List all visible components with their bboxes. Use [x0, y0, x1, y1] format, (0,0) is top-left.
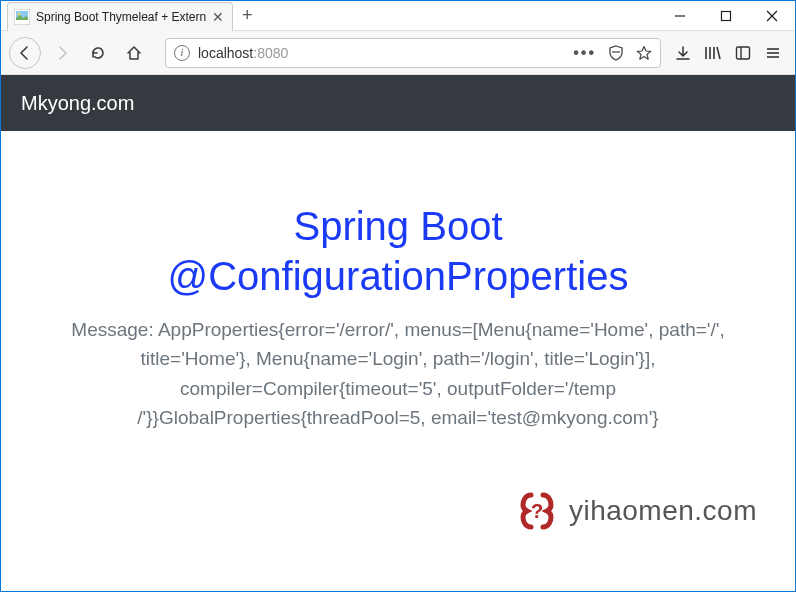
page-title: Spring Boot @ConfigurationProperties: [41, 201, 755, 301]
forward-button[interactable]: [47, 38, 77, 68]
library-icon[interactable]: [703, 43, 723, 63]
reload-button[interactable]: [83, 38, 113, 68]
svg-rect-13: [737, 47, 750, 59]
back-button[interactable]: [9, 37, 41, 69]
url-host: localhost: [198, 45, 253, 61]
watermark-logo-icon: ?: [515, 489, 559, 533]
svg-rect-7: [612, 51, 620, 52]
tab-title: Spring Boot Thymeleaf + Extern: [36, 10, 206, 24]
browser-window: Spring Boot Thymeleaf + Extern ✕ +: [0, 0, 796, 592]
svg-rect-4: [722, 11, 731, 20]
spring-favicon-icon: [14, 9, 30, 25]
svg-text:?: ?: [531, 500, 543, 522]
page-viewport: Mkyong.com Spring Boot @ConfigurationPro…: [1, 75, 795, 591]
tab-close-icon[interactable]: ✕: [212, 10, 224, 24]
svg-point-2: [18, 13, 21, 16]
tab-strip: Spring Boot Thymeleaf + Extern ✕ +: [1, 1, 657, 30]
title-line1: Spring Boot: [293, 204, 502, 248]
url-port: :8080: [253, 45, 288, 61]
window-close-button[interactable]: [749, 1, 795, 30]
url-text: localhost:8080: [198, 45, 288, 61]
titlebar: Spring Boot Thymeleaf + Extern ✕ +: [1, 1, 795, 31]
maximize-button[interactable]: [703, 1, 749, 30]
svg-line-12: [717, 47, 720, 59]
new-tab-button[interactable]: +: [233, 1, 261, 30]
url-actions: •••: [573, 44, 652, 62]
toolbar-right: [673, 43, 787, 63]
site-info-icon[interactable]: i: [174, 45, 190, 61]
address-bar[interactable]: i localhost:8080 •••: [165, 38, 661, 68]
bookmark-star-icon[interactable]: [636, 45, 652, 61]
tracking-protection-icon[interactable]: [608, 45, 624, 61]
site-navbar: Mkyong.com: [1, 75, 795, 131]
watermark-text: yihaomen.com: [569, 495, 757, 527]
browser-tab[interactable]: Spring Boot Thymeleaf + Extern ✕: [7, 2, 233, 31]
toolbar: i localhost:8080 •••: [1, 31, 795, 75]
minimize-button[interactable]: [657, 1, 703, 30]
downloads-icon[interactable]: [673, 43, 693, 63]
sidebar-icon[interactable]: [733, 43, 753, 63]
page-actions-icon[interactable]: •••: [573, 44, 596, 62]
menu-icon[interactable]: [763, 43, 783, 63]
page-content: Spring Boot @ConfigurationProperties Mes…: [1, 131, 795, 453]
title-line2: @ConfigurationProperties: [168, 254, 629, 298]
window-controls: [657, 1, 795, 30]
home-button[interactable]: [119, 38, 149, 68]
watermark: ? yihaomen.com: [515, 489, 757, 533]
message-text: Message: AppProperties{error='/error/', …: [68, 315, 728, 433]
site-brand[interactable]: Mkyong.com: [21, 92, 134, 115]
